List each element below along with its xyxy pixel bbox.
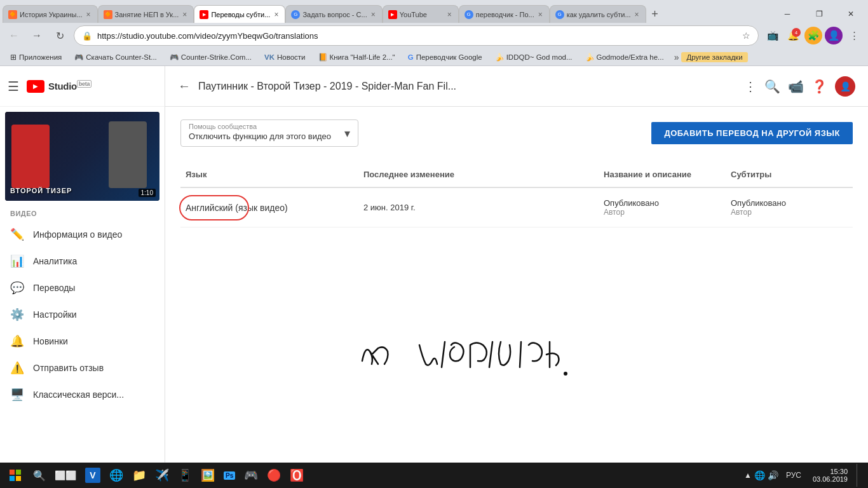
sidebar-item-settings[interactable]: ⚙️ Настройки — [0, 301, 165, 328]
back-button[interactable]: ← — [5, 27, 23, 44]
tab-2[interactable]: 🔶 Занятие НЕП в Ук... × — [98, 5, 194, 23]
new-tab-button[interactable]: + — [646, 5, 664, 23]
sidebar-item-feedback[interactable]: ⚠️ Отправить отзыв — [0, 355, 165, 381]
secure-icon: 🔒 — [82, 31, 92, 41]
sidebar-item-subtitles-label: Переводы — [33, 283, 75, 293]
tab-bar: 🔶 История Украины... × 🔶 Занятие НЕП в У… — [0, 0, 868, 23]
tab-4[interactable]: G Задать вопрос - С... × — [285, 5, 382, 23]
sidebar-item-info[interactable]: ✏️ Информация о видео — [0, 221, 165, 248]
bookmark-iddqd[interactable]: 🍌 IDDQD~ God mod... — [490, 51, 578, 63]
cast-icon[interactable]: 📺 — [764, 27, 782, 44]
viber-icon: 📱 — [178, 468, 192, 482]
taskbar-red-app[interactable]: 🔴 — [263, 464, 285, 487]
url-bar[interactable]: 🔒 https://studio.youtube.com/video/zyymY… — [74, 25, 759, 46]
sidebar-item-subtitles[interactable]: 💬 Переводы — [0, 274, 165, 301]
video-thumbnail: ВТОРОЙ ТИЗЕР 1:10 — [5, 112, 159, 201]
taskbar-viber[interactable]: 📱 — [174, 464, 196, 487]
sidebar-item-whats-new[interactable]: 🔔 Новинки — [0, 328, 165, 355]
table-header: Язык Последнее изменение Название и опис… — [180, 162, 853, 188]
volume-icon[interactable]: 🔊 — [768, 470, 778, 480]
notification-icon[interactable]: 🔔 4 — [784, 27, 802, 44]
community-select-value: Отключить функцию для этого видео — [189, 132, 344, 141]
tab-6[interactable]: G переводчик - По... × — [459, 5, 550, 23]
minimize-button[interactable]: ─ — [773, 5, 802, 23]
url-text: https://studio.youtube.com/video/zyymYbe… — [97, 31, 737, 41]
search-icon[interactable]: 🔍 — [764, 79, 780, 94]
show-desktop-icon[interactable] — [857, 464, 860, 487]
col-subtitles: Субтитры — [726, 167, 853, 182]
taskbar-chrome[interactable]: 🌐 — [105, 464, 127, 487]
bookmark-url-icon[interactable]: ☆ — [742, 30, 750, 41]
bookmark-halflife[interactable]: 📙 Книга "Half-Life 2..." — [313, 51, 400, 63]
tab-5[interactable]: ▶ YouTube × — [383, 5, 459, 23]
close-button[interactable]: ✕ — [836, 5, 865, 23]
tab-5-close[interactable]: × — [446, 10, 453, 19]
sidebar-item-info-label: Информация о видео — [33, 229, 122, 240]
bookmark-godmode[interactable]: 🍌 Godmode/Extra he... — [580, 51, 669, 63]
edit-icon: ✏️ — [10, 227, 23, 241]
taskbar-photos[interactable]: 🖼️ — [197, 464, 219, 487]
explorer-icon: 📁 — [132, 468, 146, 482]
forward-button[interactable]: → — [28, 27, 46, 44]
taskbar-search[interactable]: 🔍 — [29, 464, 50, 487]
svg-rect-3 — [10, 476, 15, 481]
notification-badge: 4 — [792, 28, 801, 37]
tray-up-icon[interactable]: ▲ — [744, 471, 752, 480]
thumb-figure2 — [109, 121, 147, 188]
thumb-inner: ВТОРОЙ ТИЗЕР 1:10 — [5, 112, 159, 201]
other-bookmarks[interactable]: Другие закладки — [681, 52, 747, 62]
sidebar-item-classic[interactable]: 🖥️ Классическая верси... — [0, 381, 165, 408]
taskbar-task-view[interactable]: ⬜⬜ — [51, 464, 80, 487]
taskbar-photoshop[interactable]: Ps — [220, 464, 239, 487]
subtitle-published: Опубликовано — [731, 198, 848, 208]
table-row[interactable]: Английский (язык видео) 2 июн. 2019 г. О… — [180, 188, 853, 227]
more-options-icon[interactable]: ⋮ — [744, 79, 757, 94]
app-container: ☰ Studiobeta ВТОРОЙ ТИЗЕР 1:10 Видео — [0, 66, 868, 469]
video-thumbnail-container[interactable]: ВТОРОЙ ТИЗЕР 1:10 — [0, 107, 165, 206]
extensions-icon[interactable]: 🧩 — [804, 27, 822, 44]
bookmark-counter1[interactable]: 🎮 Скачать Counter-St... — [69, 51, 162, 63]
subtitle-author: Автор — [731, 208, 848, 217]
taskbar-vivisimo[interactable]: V — [81, 464, 104, 487]
reload-button[interactable]: ↻ — [51, 27, 69, 44]
tab-6-close[interactable]: × — [537, 10, 544, 19]
tab-1[interactable]: 🔶 История Украины... × — [3, 5, 98, 23]
community-select-label: Помощь сообщества — [189, 123, 257, 130]
community-help-select[interactable]: Помощь сообщества Отключить функцию для … — [180, 119, 358, 147]
title-published: Опубликовано — [604, 198, 721, 208]
add-translation-button[interactable]: ДОБАВИТЬ ПЕРЕВОД НА ДРУГОЙ ЯЗЫК — [651, 122, 853, 144]
bookmarks-more-icon[interactable]: » — [674, 52, 679, 62]
bookmark-apps[interactable]: ⊞ Приложения — [5, 51, 67, 63]
bookmark-translate[interactable]: G Переводчик Google — [403, 52, 487, 62]
tab-2-close[interactable]: × — [181, 10, 188, 19]
restore-button[interactable]: ❐ — [804, 5, 834, 23]
godmode-icon: 🍌 — [585, 53, 594, 62]
tab-3-active[interactable]: ▶ Переводы субти... × — [194, 5, 285, 23]
help-icon[interactable]: ❓ — [811, 79, 827, 94]
taskbar-opera[interactable]: 🅾️ — [286, 464, 308, 487]
menu-icon[interactable]: ⋮ — [845, 27, 863, 44]
language-name: Английский (язык видео) — [186, 203, 288, 213]
user-avatar[interactable]: 👤 — [835, 76, 855, 97]
chrome-right-icons: 📺 🔔 4 🧩 👤 ⋮ — [764, 27, 863, 44]
tab-3-close[interactable]: × — [273, 10, 280, 19]
col-last-modified: Последнее изменение — [358, 167, 599, 182]
tab-1-close[interactable]: × — [85, 10, 92, 19]
taskbar-telegram[interactable]: ✈️ — [151, 464, 173, 487]
bookmark-counter2[interactable]: 🎮 Counter-Strike.Com... — [165, 51, 257, 63]
last-modified-cell: 2 июн. 2019 г. — [358, 200, 599, 215]
start-button[interactable] — [3, 464, 28, 487]
video-camera-icon[interactable]: 📹 — [788, 79, 804, 94]
taskbar-game[interactable]: 🎮 — [240, 464, 262, 487]
taskbar-clock[interactable]: 15:30 03.06.2019 — [809, 468, 851, 483]
tab-7[interactable]: G как удалить субти... × — [550, 5, 646, 23]
tab-7-close[interactable]: × — [634, 10, 641, 19]
tab-4-close[interactable]: × — [370, 10, 377, 19]
back-button[interactable]: ← — [178, 79, 191, 93]
taskbar-explorer[interactable]: 📁 — [128, 464, 150, 487]
sidebar-item-analytics[interactable]: 📊 Аналитика — [0, 248, 165, 274]
profile-icon[interactable]: 👤 — [825, 27, 843, 44]
hamburger-menu[interactable]: ☰ — [8, 79, 19, 94]
thumb-figure1 — [11, 125, 50, 188]
bookmark-vk[interactable]: VK Новости — [259, 52, 311, 62]
